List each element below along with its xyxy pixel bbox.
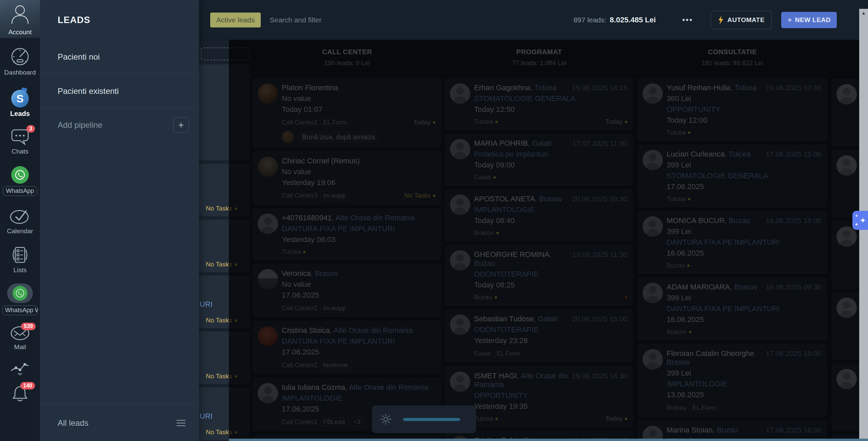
sidebar-item-chats[interactable]: 3 Chats: [11, 128, 29, 155]
mail-badge: 539: [21, 323, 36, 330]
sidebar-label: Mail: [14, 343, 26, 351]
whatsapp-icon: [11, 166, 29, 184]
whatsapp-icon: [7, 283, 33, 303]
automate-button[interactable]: AUTOMATE: [711, 11, 772, 29]
sidebar-item-mail[interactable]: 539 Mail: [10, 325, 30, 351]
spinner-sun-icon: [380, 414, 392, 425]
mail-icon: 539: [10, 325, 30, 341]
leads-total-count: 897 leads:: [573, 16, 606, 24]
pipeline-item-label: Pacienti noi: [58, 52, 100, 62]
lightning-icon: [718, 16, 724, 24]
sidebar-label: Chats: [12, 148, 28, 155]
bottom-edge-strip: [229, 439, 868, 441]
notifications-badge: 140: [20, 382, 35, 389]
sidebar-item-whatsapp[interactable]: WhatsApp: [3, 166, 37, 196]
sidebar-item-lists[interactable]: Lists: [10, 246, 30, 274]
new-lead-button[interactable]: + NEW LEAD: [781, 12, 837, 28]
all-leads-row[interactable]: All leads: [40, 404, 199, 441]
sidebar-label: Leads: [10, 110, 30, 118]
bell-icon: 140: [11, 385, 29, 403]
sparkle-small-icon: ✦: [854, 222, 859, 227]
pipeline-item-pacienti-existenti[interactable]: Pacienti existenti: [40, 74, 199, 108]
add-pipeline-button[interactable]: +: [173, 117, 189, 133]
loading-indicator: [372, 405, 476, 433]
task-status-label: No Tasks: [206, 261, 232, 268]
leads-total-sum: 8.025.485 Lei: [610, 16, 656, 24]
sidebar-item-dashboard[interactable]: Dashboard: [4, 47, 36, 76]
pipeline-item-pacienti-noi[interactable]: Pacienti noi: [40, 40, 199, 74]
list-view-icon[interactable]: [177, 420, 185, 426]
sidebar-item-whatsapp-2[interactable]: WhatsApp W: [2, 283, 38, 315]
task-status-label: No Tasks: [206, 205, 232, 212]
scroll-up-arrow-icon[interactable]: ▲: [859, 10, 868, 16]
sidebar-item-calendar[interactable]: Calendar: [7, 208, 33, 235]
active-leads-filter-chip[interactable]: Active leads: [210, 13, 261, 27]
task-status-label: No Tasks: [206, 428, 232, 436]
sidebar-label: Calendar: [7, 227, 33, 235]
account-person-icon: [11, 3, 29, 24]
lead-stage-fragment: URI: [200, 300, 213, 309]
pipeline-switcher-panel: LEADS Pacienti noi Pacienti existenti Ad…: [40, 0, 199, 441]
leads-pipeline-page: No TasksNo TasksURINo TasksNo TasksURINo…: [0, 0, 868, 441]
plus-icon: +: [787, 17, 792, 23]
sidebar-label: WhatsApp W: [2, 305, 38, 315]
dashboard-icon: [10, 47, 30, 66]
more-options-icon[interactable]: •••: [682, 16, 693, 24]
chats-badge: 3: [26, 125, 35, 133]
sparkle-small-icon: ✦: [855, 214, 858, 218]
partial-left-column: No TasksNo TasksURINo TasksNo TasksURINo…: [199, 64, 229, 441]
app-sidebar: Account Dashboard S Leads: [0, 0, 40, 441]
sidebar-label: Dashboard: [4, 69, 36, 76]
add-pipeline-row: Add pipeline +: [40, 108, 199, 142]
add-pipeline-label: Add pipeline: [58, 120, 102, 130]
search-input[interactable]: Search and filter: [270, 16, 321, 24]
pipeline-item-label: Pacienti existenti: [58, 86, 119, 96]
stats-icon: [10, 361, 30, 376]
task-status-label: No Tasks: [206, 373, 232, 380]
sidebar-item-notifications[interactable]: 140: [11, 385, 29, 403]
account-tile[interactable]: Account: [0, 0, 40, 38]
modal-dim-overlay[interactable]: [229, 40, 859, 441]
lists-icon: [10, 246, 30, 264]
ai-assistant-button[interactable]: ✦ ✦ ✦: [852, 211, 868, 230]
account-label: Account: [0, 28, 40, 36]
all-leads-label: All leads: [58, 418, 88, 428]
sidebar-label: Lists: [13, 266, 26, 274]
new-lead-label: NEW LEAD: [795, 16, 831, 24]
top-toolbar: Active leads Search and filter 897 leads…: [199, 0, 868, 40]
sidebar-item-stats[interactable]: [10, 361, 30, 376]
progress-bar: [403, 418, 460, 421]
automate-label: AUTOMATE: [727, 16, 765, 24]
kanban-board: No TasksNo TasksURINo TasksNo TasksURINo…: [199, 40, 868, 441]
chats-icon: 3: [11, 128, 29, 145]
task-status-label: No Tasks: [206, 317, 232, 324]
panel-title: LEADS: [40, 0, 199, 40]
calendar-check-icon: [9, 208, 31, 225]
lead-stage-fragment: URI: [200, 412, 213, 421]
sidebar-label: WhatsApp: [3, 186, 37, 196]
leads-s-logo-icon: S: [10, 88, 30, 107]
sidebar-item-leads[interactable]: S Leads: [10, 88, 30, 118]
sparkles-icon: ✦: [860, 216, 866, 225]
